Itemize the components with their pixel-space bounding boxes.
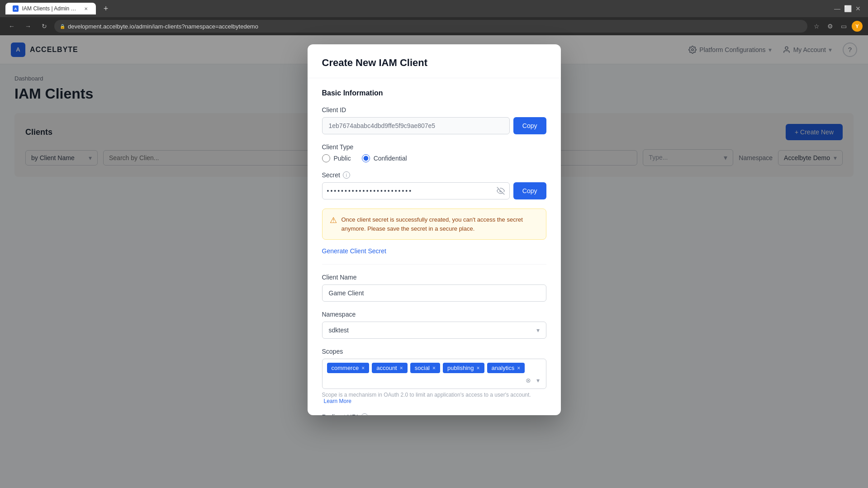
scopes-label: Scopes (322, 348, 546, 355)
confidential-radio-label: Confidential (374, 155, 407, 162)
refresh-button[interactable]: ↻ (38, 20, 51, 33)
client-type-label: Client Type (322, 143, 546, 151)
scope-account-remove[interactable]: × (400, 365, 403, 371)
create-iam-client-modal: Create New IAM Client Basic Information … (308, 44, 561, 415)
basic-information-section-title: Basic Information (322, 89, 546, 97)
scope-publishing-remove[interactable]: × (477, 365, 480, 371)
url-text: development.accelbyte.io/admin/iam-clien… (68, 23, 258, 30)
scope-tag-analytics: analytics × (487, 363, 525, 373)
secret-input-row: Copy (322, 182, 546, 199)
client-id-label: Client ID (322, 106, 546, 114)
forward-button[interactable]: → (22, 20, 34, 33)
client-id-input[interactable] (322, 117, 510, 134)
bookmark-icon[interactable]: ☆ (811, 21, 822, 32)
scopes-actions: ⊗ ▾ (524, 376, 541, 385)
scope-account-label: account (376, 365, 397, 371)
divider (322, 264, 546, 265)
scopes-container: commerce × account × social × publishi (322, 359, 546, 389)
client-name-group: Client Name (322, 274, 546, 302)
tab-close-icon[interactable]: ✕ (83, 5, 89, 12)
scope-analytics-label: analytics (492, 365, 515, 371)
client-name-label: Client Name (322, 274, 546, 281)
secret-info-icon[interactable]: i (343, 171, 350, 179)
copy-secret-button[interactable]: Copy (513, 182, 546, 199)
warning-text: Once client secret is successfully creat… (342, 215, 539, 233)
maximize-icon[interactable]: ⬜ (844, 5, 852, 12)
address-bar[interactable]: 🔒 development.accelbyte.io/admin/iam-cli… (54, 20, 807, 33)
redirect-uri-info-icon[interactable]: i (361, 413, 368, 415)
redirect-uri-label: Redirect URI i (322, 413, 546, 415)
scope-commerce-remove[interactable]: × (361, 365, 365, 371)
browser-actions: ☆ ⚙ ▭ Y (811, 21, 863, 32)
namespace-dropdown-chevron-icon: ▾ (536, 327, 540, 334)
secret-warning-box: ⚠ Once client secret is successfully cre… (322, 208, 546, 240)
scope-tag-commerce: commerce × (327, 363, 370, 373)
warning-triangle-icon: ⚠ (330, 215, 337, 233)
close-window-icon[interactable]: ✕ (855, 5, 861, 12)
client-type-group: Client Type Public Confidential (322, 143, 546, 162)
modal-body: Basic Information Client ID Copy (308, 78, 561, 415)
scope-analytics-remove[interactable]: × (517, 365, 520, 371)
scopes-group: Scopes commerce × account × social (322, 348, 546, 404)
namespace-selected-value: sdktest (329, 327, 349, 334)
redirect-uri-group: Redirect URI i (322, 413, 546, 415)
client-name-input[interactable] (322, 284, 546, 302)
tab-title: IAM Clients | Admin Portal (22, 5, 80, 12)
minimize-icon[interactable]: — (834, 5, 840, 12)
scope-publishing-label: publishing (447, 365, 474, 371)
scopes-hint: Scope is a mechanism in OAuth 2.0 to lim… (322, 392, 546, 404)
public-radio[interactable] (322, 154, 330, 162)
copy-client-id-button[interactable]: Copy (513, 117, 546, 134)
secret-label: Secret i (322, 171, 546, 179)
namespace-label: Namespace (322, 311, 546, 318)
confidential-radio[interactable] (362, 154, 370, 162)
new-tab-button[interactable]: + (100, 2, 112, 15)
secret-group: Secret i (322, 171, 546, 199)
extension-puzzle-icon[interactable]: ⚙ (825, 21, 835, 32)
scopes-learn-more-link[interactable]: Learn More (324, 398, 351, 404)
scopes-dropdown-button[interactable]: ▾ (535, 376, 541, 385)
namespace-dropdown[interactable]: sdktest ▾ (322, 322, 546, 339)
namespace-group: Namespace sdktest ▾ (322, 311, 546, 339)
app-container: A ACCELBYTE Platform Configurations ▾ My… (0, 35, 868, 488)
active-tab[interactable]: A IAM Clients | Admin Portal ✕ (5, 3, 96, 14)
confidential-radio-item[interactable]: Confidential (362, 154, 407, 162)
public-radio-label: Public (334, 155, 351, 162)
client-type-radio-group: Public Confidential (322, 154, 546, 162)
scope-commerce-label: commerce (332, 365, 359, 371)
toggle-secret-visibility-button[interactable] (497, 187, 505, 195)
address-bar-row: ← → ↻ 🔒 development.accelbyte.io/admin/i… (0, 17, 868, 35)
modal-overlay[interactable]: Create New IAM Client Basic Information … (0, 35, 868, 488)
scope-tag-account: account × (372, 363, 408, 373)
sidebar-toggle-icon[interactable]: ▭ (838, 21, 849, 32)
scope-tag-publishing: publishing × (443, 363, 484, 373)
tab-favicon: A (13, 5, 19, 12)
browser-user-avatar[interactable]: Y (852, 21, 863, 32)
secret-input-wrapper (322, 182, 510, 199)
back-button[interactable]: ← (5, 20, 18, 33)
scope-social-label: social (415, 365, 430, 371)
client-id-input-row: Copy (322, 117, 546, 134)
scope-tag-social: social × (410, 363, 440, 373)
scope-social-remove[interactable]: × (432, 365, 436, 371)
public-radio-item[interactable]: Public (322, 154, 351, 162)
generate-client-secret-link[interactable]: Generate Client Secret (322, 247, 386, 255)
secret-input[interactable] (327, 183, 493, 199)
scopes-clear-button[interactable]: ⊗ (524, 376, 533, 385)
lock-icon: 🔒 (60, 24, 65, 29)
browser-tab-bar: A IAM Clients | Admin Portal ✕ + — ⬜ ✕ (0, 0, 868, 17)
modal-header: Create New IAM Client (308, 44, 561, 78)
eye-slash-icon (497, 187, 505, 195)
client-id-group: Client ID Copy (322, 106, 546, 134)
modal-title: Create New IAM Client (322, 57, 546, 69)
